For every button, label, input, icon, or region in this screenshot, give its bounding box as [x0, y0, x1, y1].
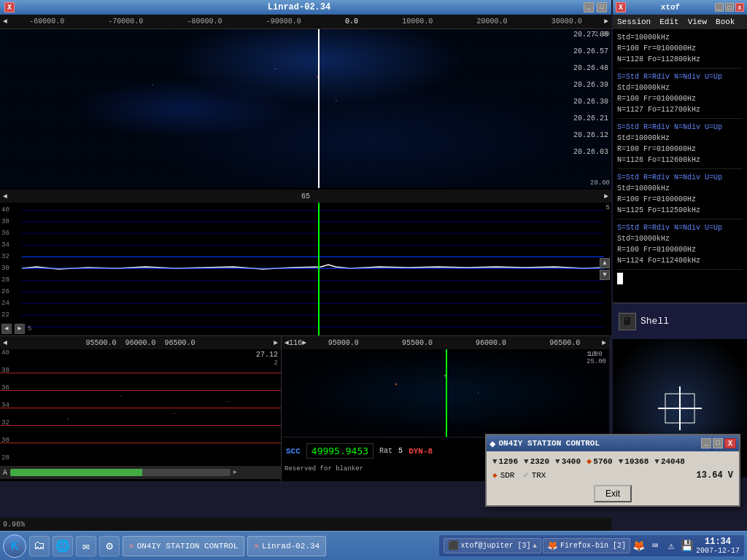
- taskbar-icon-mail[interactable]: ✉: [76, 536, 96, 556]
- spec-scroll[interactable]: ▲ ▼: [600, 258, 610, 280]
- dial-value-1296: 1296: [499, 457, 518, 466]
- br-freq-1: 95000.0: [328, 339, 359, 347]
- settings-icon: ⚙: [106, 539, 113, 553]
- spec-nav-btn2[interactable]: ►: [604, 192, 608, 201]
- terminal-tray-btn[interactable]: ⬛ xtof@jupiter [3] ▲: [444, 538, 541, 553]
- wf-nav-right[interactable]: ►: [604, 18, 608, 26]
- bl-nav-btn[interactable]: ◄: [3, 339, 7, 347]
- br-scale-25: 25.00: [587, 358, 606, 365]
- dial-arrow-down-1296[interactable]: ▼: [492, 457, 498, 466]
- station-control-dialog: ◆ ON4IY STATION CONTROL _ □ X ▼ 1296 ▼ 2…: [485, 434, 740, 507]
- right-close[interactable]: X: [735, 3, 744, 12]
- dialog-freq-row: ▼ 1296 ▼ 2320 ▼ 3400 ◆ 5760 ▼ 10368 ▼ 24…: [492, 456, 733, 467]
- spec-nav-btn[interactable]: ◄: [3, 192, 7, 201]
- br-rat-label: Rat: [379, 447, 392, 455]
- right-line-3-3: N=1126 Fo=112600kHz: [617, 155, 743, 166]
- right-title-bar: X xtof _ □ X: [613, 0, 747, 15]
- tray-icon-keyboard[interactable]: ⌨: [648, 539, 662, 553]
- taskbar: K 🗂 🌐 ✉ ⚙ ✕ ON4IY STATION CONTROL ✕ Linr…: [0, 531, 747, 560]
- spec-nav-left-btn[interactable]: ◄: [1, 324, 12, 334]
- freq-label-4: -90000.0: [266, 18, 301, 26]
- taskbar-icon-browser[interactable]: 🌐: [53, 536, 73, 556]
- maximize-btn[interactable]: □: [597, 2, 607, 12]
- zoom-value-top: 2.00: [594, 31, 610, 38]
- right-content: Std=10000kHz R=100 Fr=0100000Hz N=1128 F…: [613, 29, 747, 291]
- progress-value: 9.96%: [3, 521, 25, 529]
- right-line-4-2: R=100 Fr=0100000Hz: [617, 194, 743, 205]
- right-title-close[interactable]: X: [616, 2, 626, 12]
- bl-db-32: 32: [1, 419, 9, 427]
- tray-icon-storage[interactable]: 💾: [680, 539, 694, 553]
- taskbar-linrad[interactable]: ✕ Linrad-02.34: [247, 536, 326, 556]
- dial-value-3400: 3400: [562, 457, 581, 466]
- dial-arrow-down-24048[interactable]: ▼: [654, 457, 659, 466]
- taskbar-icon-settings[interactable]: ⚙: [99, 536, 120, 556]
- bl-nav-right-btn2[interactable]: ►: [233, 469, 237, 476]
- spec-bottom-num: 5: [28, 325, 31, 332]
- dial-arrow-down-10368[interactable]: ▼: [619, 457, 624, 466]
- waterfall-canvas[interactable]: 20.27.06 20.26.57 20.26.48 20.26.39 20.2…: [0, 29, 611, 188]
- right-minimize[interactable]: _: [715, 3, 724, 12]
- spectrum-cursor: [318, 203, 320, 335]
- br-canvas[interactable]: 1.00 25.00 10: [282, 349, 609, 437]
- minimize-btn[interactable]: _: [584, 2, 594, 12]
- br-freq-bar: 95000.0 95500.0 96000.0 96500.0: [306, 339, 602, 347]
- dialog-maximize[interactable]: □: [713, 438, 723, 448]
- sdr-diamond: ◆: [492, 470, 498, 480]
- shell-thumbnail[interactable]: 🖥 Shell: [613, 303, 747, 339]
- filemanager-icon: 🗂: [34, 539, 45, 553]
- dial-1296: ▼ 1296: [492, 457, 518, 466]
- bl-db-labels: 40 38 36 34 32 30 28 26: [1, 349, 9, 466]
- start-button[interactable]: K: [3, 534, 26, 558]
- dialog-minimize[interactable]: _: [701, 438, 711, 448]
- dialog-body: ▼ 1296 ▼ 2320 ▼ 3400 ◆ 5760 ▼ 10368 ▼ 24…: [487, 451, 739, 508]
- dial-value-2320: 2320: [530, 457, 549, 466]
- bl-scrollbar[interactable]: A ►: [0, 466, 281, 479]
- dial-value-10368: 10368: [624, 457, 649, 466]
- browser-icon: 🌐: [55, 539, 70, 553]
- menu-view[interactable]: View: [688, 18, 707, 26]
- menu-edit[interactable]: Edit: [659, 18, 678, 26]
- taskbar-icon-filemanager[interactable]: 🗂: [29, 536, 50, 556]
- right-maximize[interactable]: □: [725, 3, 734, 12]
- freq-label-6: 10000.0: [402, 18, 433, 26]
- right-line-3-2: R=100 Fr=0100000Hz: [617, 144, 743, 155]
- bl-nav-label: A: [3, 469, 7, 477]
- time-label-6: 20.26.21: [573, 114, 608, 122]
- bottom-left-canvas[interactable]: 40 38 36 34 32 30 28 26 27.12 2: [0, 349, 281, 466]
- bl-nav-btn2[interactable]: ►: [274, 339, 278, 347]
- spec-scroll-down[interactable]: ▼: [600, 270, 610, 280]
- firefox-tray-btn[interactable]: 🦊 Firefox-bin [2]: [543, 538, 630, 553]
- dialog-exit-button[interactable]: Exit: [594, 485, 632, 502]
- br-freq-2: 95500.0: [402, 339, 433, 347]
- dial-arrow-down-3400[interactable]: ▼: [555, 457, 560, 466]
- time-label-3: 20.26.48: [573, 64, 608, 72]
- spec-scroll-up[interactable]: ▲: [600, 258, 610, 268]
- freq-scale: -60000.0 -70000.0 -80000.0 -90000.0 0.0 …: [7, 18, 604, 26]
- freq-label-5: 0.0: [345, 18, 358, 26]
- bl-freq-2: 96000.0: [125, 339, 155, 347]
- bl-progress-bar[interactable]: [10, 469, 231, 476]
- title-bar-close[interactable]: X: [4, 2, 15, 12]
- terminal-label: xtof@jupiter [3]: [461, 542, 531, 550]
- dialog-close-btn[interactable]: X: [724, 438, 736, 448]
- bl-freq-3: 96500.0: [165, 339, 196, 347]
- taskbar-station-control[interactable]: ✕ ON4IY STATION CONTROL: [123, 536, 244, 556]
- shell-label: Shell: [640, 316, 669, 327]
- right-line-5-1: Std=10000kHz: [617, 233, 743, 244]
- tray-icon-firefox[interactable]: 🦊: [632, 539, 646, 553]
- dial-10368: ▼ 10368: [619, 457, 649, 466]
- right-section-5: S=Std R=Rdiv N=Ndiv U=Up Std=10000kHz R=…: [617, 222, 743, 270]
- menu-book[interactable]: Book: [716, 18, 735, 26]
- menu-session[interactable]: Session: [617, 18, 651, 26]
- right-line-1-1: Std=10000kHz: [617, 32, 743, 43]
- bl-db-38: 38: [1, 367, 9, 374]
- br-reserved-text: Reserved for blanker: [285, 465, 363, 472]
- spectrum-canvas[interactable]: 40 38 36 34 32 30 28 26 24 22 20: [0, 203, 611, 335]
- spec-nav-right-btn[interactable]: ►: [15, 324, 25, 334]
- dial-arrow-down-2320[interactable]: ▼: [524, 457, 529, 466]
- right-menu: Session Edit View Book: [613, 15, 747, 29]
- br-nav-right2[interactable]: ►: [602, 339, 606, 347]
- br-label2: DYN-8: [409, 447, 433, 456]
- shell-icon: 🖥: [619, 313, 636, 330]
